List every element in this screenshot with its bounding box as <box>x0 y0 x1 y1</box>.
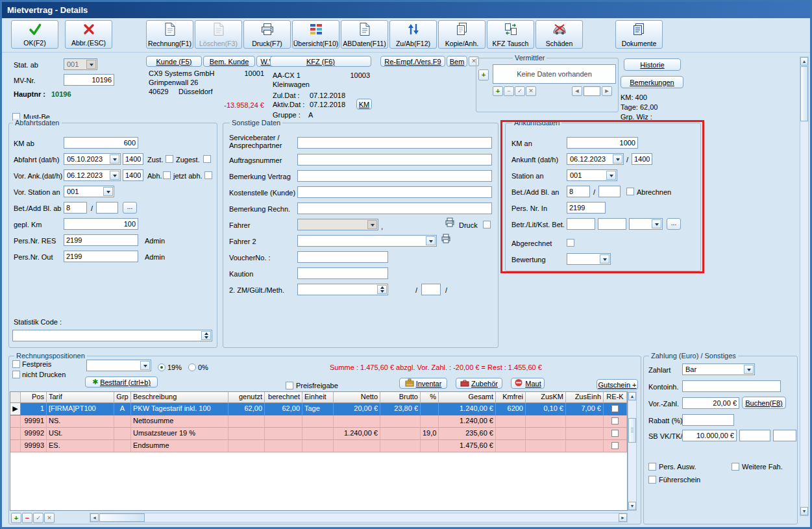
grid-cell[interactable]: 1.240,00 € <box>334 428 380 440</box>
ok-button[interactable]: OK(F2) <box>11 20 58 49</box>
main-vscrollbar[interactable]: ▲ ▼ <box>800 56 809 516</box>
scroll-left-button[interactable]: ◄ <box>90 513 99 522</box>
grid-cell[interactable]: USt. <box>47 428 114 440</box>
grid-header-cell[interactable]: Gesamt <box>439 392 496 403</box>
km-ab-input[interactable] <box>64 137 138 149</box>
vat-0-radio[interactable] <box>188 363 196 371</box>
grid-cell[interactable]: 0,10 € <box>526 403 566 415</box>
overview-button[interactable]: Übersicht(F10) <box>292 20 339 49</box>
vermittler-confirm-button[interactable]: ✓ <box>515 86 525 96</box>
dropdown-arrow-icon[interactable] <box>110 171 119 180</box>
dropdown-arrow-icon[interactable] <box>652 219 661 228</box>
vat-19-radio[interactable] <box>158 363 166 371</box>
bet-add-bl-ab-more-button[interactable]: ... <box>123 202 137 214</box>
inventar-button[interactable]: Inventar <box>399 378 447 389</box>
spinner-icon[interactable] <box>377 285 387 294</box>
grid-cell[interactable] <box>604 440 627 452</box>
vor-ank-time-input[interactable] <box>123 169 143 181</box>
grid-cell[interactable] <box>526 428 566 440</box>
scroll-thumb[interactable] <box>99 513 145 522</box>
sb-input-3[interactable] <box>773 430 796 441</box>
gutschein-button[interactable]: Gutschein + <box>597 379 638 390</box>
km-an-input[interactable] <box>567 137 638 149</box>
grid-cell[interactable] <box>10 440 21 452</box>
abrechnen-checkbox[interactable] <box>626 188 634 195</box>
ankunft-date-select[interactable]: 06.12.2023 <box>567 153 624 165</box>
dropdown-arrow-icon[interactable] <box>367 220 377 229</box>
grid-cell[interactable] <box>334 415 380 428</box>
kostenstelle-input[interactable] <box>297 186 492 198</box>
preisfreigabe-checkbox[interactable] <box>286 382 293 389</box>
weitere-fah-checkbox[interactable] <box>732 463 739 471</box>
grid-cell[interactable]: 1.240,00 € <box>439 403 496 415</box>
grid-cell[interactable]: Nettosumme <box>131 415 228 428</box>
grid-header-cell[interactable]: ZusEinh <box>566 392 604 403</box>
damage-button[interactable]: Schäden <box>535 20 583 49</box>
scroll-down-button[interactable]: ▼ <box>800 507 808 515</box>
bet-add-bl-ab-input-1[interactable] <box>64 202 87 214</box>
grid-cell[interactable]: 99992 <box>21 428 47 440</box>
betr-input-2[interactable] <box>598 218 626 230</box>
grid-header-cell[interactable]: genutzt <box>228 392 265 403</box>
grid-cell[interactable]: 1 <box>21 403 47 415</box>
betr-select[interactable] <box>629 218 663 230</box>
fahrer-select[interactable] <box>297 219 378 230</box>
bet-add-bl-an-input-1[interactable] <box>567 186 590 197</box>
title-bar[interactable]: Mietvertrag - Details <box>2 2 810 18</box>
table-hscrollbar[interactable]: ◄ ► <box>90 513 628 523</box>
sb-vk-input[interactable] <box>682 430 737 441</box>
grid-cell[interactable] <box>496 428 526 440</box>
table-vscrollbar[interactable]: ▲ ▼ <box>628 391 637 511</box>
scroll-right-button[interactable]: ► <box>619 513 627 522</box>
pers-nr-in-input[interactable] <box>567 202 606 214</box>
pers-ausw-checkbox[interactable] <box>648 463 656 471</box>
maut-button[interactable]: Maut <box>511 378 545 389</box>
dropdown-arrow-icon[interactable] <box>140 361 150 370</box>
nicht-drucken-checkbox[interactable] <box>12 371 20 378</box>
row-add-button[interactable]: + <box>11 513 21 523</box>
grid-cell[interactable]: 20,00 € <box>334 403 380 415</box>
grid-cell[interactable]: Tage <box>302 403 334 415</box>
historie-button[interactable]: Historie <box>624 58 681 71</box>
grid-cell[interactable] <box>526 415 566 428</box>
grid-header-cell[interactable]: Einheit <box>302 392 334 403</box>
dropdown-arrow-icon[interactable] <box>103 187 113 196</box>
dropdown-arrow-icon[interactable] <box>613 154 622 164</box>
dropdown-arrow-icon[interactable] <box>110 154 119 164</box>
abgerechnet-checkbox[interactable] <box>567 239 574 247</box>
bet-add-bl-ab-input-2[interactable] <box>96 202 118 214</box>
position-select[interactable] <box>86 360 151 371</box>
fuehrerschein-checkbox[interactable] <box>648 476 656 484</box>
bemerkungen-button[interactable]: Bemerkungen <box>621 76 683 88</box>
grid-cell[interactable] <box>380 440 421 452</box>
grid-cell[interactable] <box>421 440 439 452</box>
print-button[interactable]: Druck(F7) <box>243 20 291 49</box>
grid-header-cell[interactable]: ZusKM <box>526 392 566 403</box>
grid-cell[interactable]: 99993 <box>21 440 47 452</box>
grid-cell[interactable] <box>10 415 21 428</box>
fahrer2-print-icon[interactable] <box>441 233 451 246</box>
vermittler-prev-button[interactable]: ◄ <box>572 86 582 96</box>
grid-cell[interactable] <box>114 415 131 428</box>
fahrer2-select[interactable] <box>297 235 437 247</box>
grid-cell[interactable] <box>114 428 131 440</box>
vermittler-add-button[interactable]: + <box>478 69 489 80</box>
grid-cell[interactable] <box>10 428 21 440</box>
grid-header-cell[interactable]: berechnet <box>265 392 302 403</box>
grid-cell[interactable] <box>566 428 604 440</box>
grid-cell[interactable]: 6200 <box>496 403 526 415</box>
vermittler-cancel-button[interactable]: ✕ <box>526 86 536 96</box>
grid-header-cell[interactable]: Brutto <box>380 392 421 403</box>
vermittler-next-button[interactable]: ► <box>602 86 612 96</box>
buchen-button[interactable]: Buchen(F8) <box>742 397 786 409</box>
abort-button[interactable]: Abbr.(ESC) <box>65 20 112 49</box>
grid-cell[interactable]: ES. <box>47 440 114 452</box>
grid-cell[interactable] <box>380 415 421 428</box>
kunde-button[interactable]: Kunde (F5) <box>146 56 202 67</box>
grid-header-cell[interactable]: Netto <box>334 392 380 403</box>
festpreis-checkbox[interactable] <box>12 360 20 368</box>
re-empf-button[interactable]: Re-Empf./Vers.F9 <box>380 56 445 67</box>
vor-ank-date-select[interactable]: 06.12.2023 <box>64 169 121 181</box>
bem-kunde-button[interactable]: Bem. Kunde <box>203 56 255 67</box>
abfahrt-date-select[interactable]: 05.10.2023 <box>64 153 121 165</box>
